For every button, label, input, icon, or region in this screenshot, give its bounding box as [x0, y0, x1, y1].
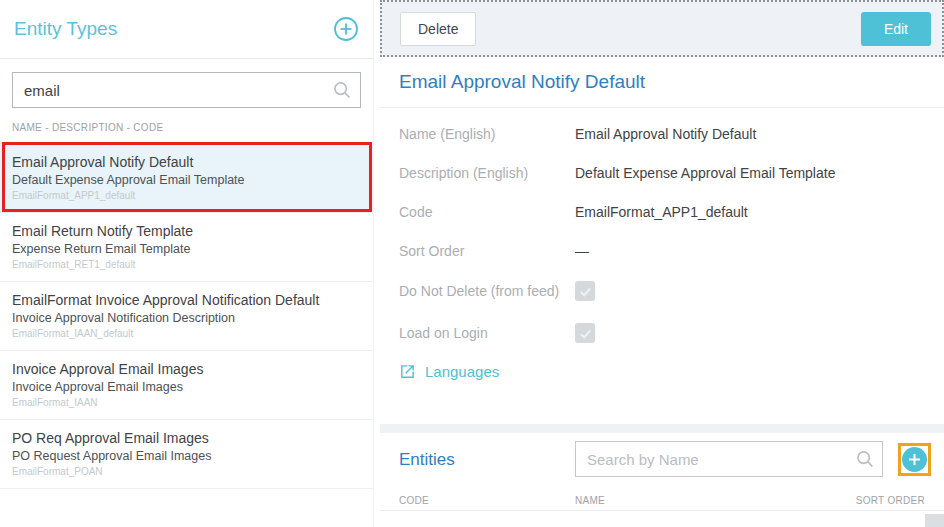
field-label: Code	[399, 204, 575, 220]
field-load-on-login: Load on Login	[399, 312, 944, 354]
entity-types-header: Entity Types	[0, 0, 373, 59]
entity-types-panel: Entity Types NAME - DESCRIPTION - CODE E…	[0, 0, 374, 527]
entity-types-search	[12, 72, 361, 108]
item-code: EmailFormat_IAAN	[12, 396, 361, 409]
languages-link[interactable]: Languages	[380, 354, 530, 388]
entities-search	[575, 441, 883, 477]
list-item-po-req-approval-email-images[interactable]: PO Req Approval Email Images PO Request …	[0, 420, 373, 489]
entity-types-search-input[interactable]	[12, 72, 361, 108]
field-value: EmailFormat_APP1_default	[575, 204, 748, 220]
item-description: Invoice Approval Notification Descriptio…	[12, 310, 361, 327]
detail-title: Email Approval Notify Default	[399, 71, 645, 92]
add-entity-button[interactable]	[902, 447, 927, 472]
delete-button[interactable]: Delete	[400, 12, 476, 46]
load-on-login-checkbox[interactable]	[575, 323, 595, 343]
item-code: EmailFormat_RET1_default	[12, 258, 361, 271]
item-code: EmailFormat_APP1_default	[12, 189, 361, 202]
languages-label: Languages	[425, 363, 499, 380]
column-name: NAME	[575, 495, 856, 506]
field-code: Code EmailFormat_APP1_default	[399, 192, 944, 231]
item-description: Expense Return Email Template	[12, 241, 361, 258]
field-sort-order: Sort Order —	[399, 231, 944, 270]
add-entity-type-button[interactable]	[333, 16, 359, 42]
field-value: Email Approval Notify Default	[575, 126, 756, 142]
list-item-email-return-notify-template[interactable]: Email Return Notify Template Expense Ret…	[0, 213, 373, 282]
item-description: Invoice Approval Email Images	[12, 379, 361, 396]
panel-title: Entity Types	[14, 18, 117, 40]
field-label: Do Not Delete (from feed)	[399, 283, 575, 299]
field-description-english: Description (English) Default Expense Ap…	[399, 153, 944, 192]
list-item-invoice-approval-email-images[interactable]: Invoice Approval Email Images Invoice Ap…	[0, 351, 373, 420]
list-item-emailformat-invoice-approval[interactable]: EmailFormat Invoice Approval Notificatio…	[0, 282, 373, 351]
entities-search-input[interactable]	[575, 441, 883, 477]
list-item-email-approval-notify-default[interactable]: Email Approval Notify Default Default Ex…	[0, 144, 373, 213]
entities-title: Entities	[399, 450, 455, 470]
item-name: Email Return Notify Template	[12, 222, 361, 241]
spacer	[380, 388, 944, 424]
entities-table-header: CODE NAME SORT ORDER	[380, 490, 944, 511]
item-name: Email Approval Notify Default	[12, 153, 361, 172]
search-icon	[854, 448, 876, 474]
item-code: EmailFormat_IAAN_default	[12, 327, 361, 340]
detail-panel: Delete Edit Email Approval Notify Defaul…	[380, 0, 944, 527]
field-label: Name (English)	[399, 126, 575, 142]
item-code: EmailFormat_POAN	[12, 465, 361, 478]
entity-types-list: Email Approval Notify Default Default Ex…	[0, 143, 373, 489]
field-label: Load on Login	[399, 325, 575, 341]
field-label: Sort Order	[399, 243, 575, 259]
field-label: Description (English)	[399, 165, 575, 181]
field-do-not-delete: Do Not Delete (from feed)	[399, 270, 944, 312]
item-name: Invoice Approval Email Images	[12, 360, 361, 379]
field-value: Default Expense Approval Email Template	[575, 165, 835, 181]
column-sort-order: SORT ORDER	[856, 495, 925, 506]
check-icon	[578, 326, 593, 341]
item-name: PO Req Approval Email Images	[12, 429, 361, 448]
field-name-english: Name (English) Email Approval Notify Def…	[399, 114, 944, 153]
detail-title-box: Email Approval Notify Default	[380, 57, 944, 108]
vertical-scrollbar[interactable]	[925, 514, 944, 527]
item-description: Default Expense Approval Email Template	[12, 172, 361, 189]
external-link-icon	[399, 363, 416, 380]
column-code: CODE	[399, 495, 575, 506]
item-description: PO Request Approval Email Images	[12, 448, 361, 465]
detail-toolbar: Delete Edit	[380, 0, 944, 57]
section-divider-band	[380, 424, 944, 433]
detail-fields: Name (English) Email Approval Notify Def…	[380, 108, 944, 354]
plus-circle-icon	[333, 16, 359, 42]
list-columns-label: NAME - DESCRIPTION - CODE	[12, 122, 361, 134]
entities-section-header: Entities	[380, 433, 944, 490]
check-icon	[578, 284, 593, 299]
do-not-delete-checkbox[interactable]	[575, 281, 595, 301]
search-icon	[331, 79, 353, 105]
edit-button[interactable]: Edit	[861, 12, 931, 46]
item-name: EmailFormat Invoice Approval Notificatio…	[12, 291, 361, 310]
field-value: —	[575, 243, 589, 259]
plus-icon	[908, 453, 921, 466]
